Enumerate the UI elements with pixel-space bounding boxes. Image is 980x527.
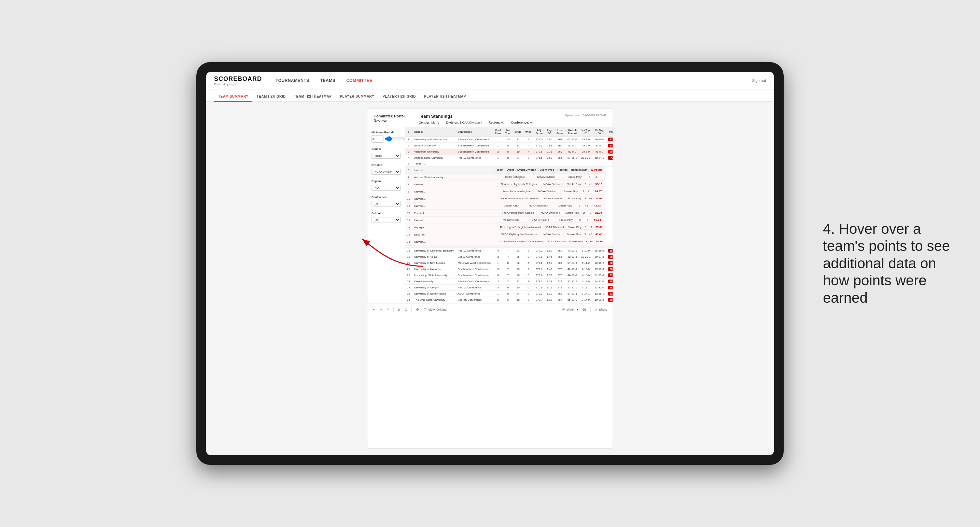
refresh-button[interactable]: ↻: [387, 308, 389, 311]
division-filter: Division: NCAA Division I: [446, 121, 482, 124]
portal-body: Minimum Rounds Gender Men's W: [368, 127, 612, 303]
info-button[interactable]: ⏱: [416, 308, 419, 311]
nav-right: | Sign out: [748, 78, 766, 83]
sub-nav-player-h2h-heatmap[interactable]: PLAYER H2H HEATMAP: [420, 92, 470, 102]
table-row: 21 University of Alabama Southeastern Co…: [405, 266, 612, 272]
table-row: 23 Duke University Atlantic Coast Confer…: [405, 278, 612, 285]
col-avg-sg: Avg.SG: [545, 127, 554, 137]
sub-nav-player-h2h-grid[interactable]: PLAYER H2H GRID: [378, 92, 420, 102]
sub-nav-team-summary[interactable]: TEAM SUMMARY: [214, 92, 252, 102]
comment-button[interactable]: 💬: [582, 308, 586, 311]
table-row: 2 Auburn University Southeastern Confere…: [405, 143, 612, 149]
points-badge: 79.5: [608, 156, 612, 160]
logo-title: SCOREBOARD: [214, 75, 262, 83]
col-school: School: [412, 127, 456, 137]
sign-out-link[interactable]: Sign out: [752, 78, 766, 83]
points-badge: 93.31: [608, 144, 612, 148]
col-conf-rank: ConfRank: [493, 127, 503, 137]
conference-label: Conference: [372, 195, 401, 198]
table-row: 22 Mississippi State University Southeas…: [405, 272, 612, 278]
portal-title-block: Committee Portal Review: [374, 114, 415, 124]
standings-table: # School Conference ConfRank NoTour Bnds…: [405, 127, 612, 303]
col-no-tour: NoTour: [503, 127, 513, 137]
min-rounds-label: Minimum Rounds: [372, 131, 401, 134]
region-select[interactable]: N/A All East West: [372, 185, 401, 191]
col-bnds: Bnds: [513, 127, 523, 137]
points-badge: 97.03: [608, 138, 612, 141]
nav-committee[interactable]: COMMITTEE: [346, 77, 372, 84]
toolbar-center: 📋 View: Original: [423, 308, 558, 311]
region-label: Region: [372, 179, 401, 183]
tablet-screen: SCOREBOARD Powered by clippi TOURNAMENTS…: [206, 72, 774, 455]
sub-nav-player-summary[interactable]: PLAYER SUMMARY: [336, 92, 378, 102]
watch-button[interactable]: 👁 Watch ▾: [562, 308, 578, 311]
col-points: Points: [606, 127, 612, 137]
col-overall: OverallRecord: [565, 127, 579, 137]
conference-group: Conference (All): [372, 195, 401, 207]
tooltip-data-row: 16 Univers... 2023 Sahalee Players Champ…: [405, 238, 612, 245]
portal-title: Committee Portal Review: [374, 114, 415, 124]
tooltip-data-row: 9 Univers... Amer An IntercollegiateNCAA…: [405, 188, 612, 195]
tablet-device: SCOREBOARD Powered by clippi TOURNAMENTS…: [196, 62, 784, 465]
tooltip-data-row: 12 Florida I The Cypress Point ClassicNC…: [405, 210, 612, 217]
tooltip-data-row: 11 Univers... Copper CupNCAA Division IM…: [405, 202, 612, 210]
table-row: 5 Texas T...: [405, 161, 612, 167]
sidebar-filters: Minimum Rounds Gender Men's W: [368, 127, 405, 303]
school-select[interactable]: (All): [372, 217, 401, 223]
nav-teams[interactable]: TEAMS: [320, 77, 336, 84]
col-rank: #: [405, 127, 412, 137]
portal-standings-header: Team Standings Gender: Men's Division: N…: [415, 114, 565, 124]
table-area: # School Conference ConfRank NoTour Bnds…: [405, 127, 612, 303]
points-badge-highlighted: 90.20: [608, 150, 612, 154]
table-row: 1 University of North Carolina Atlantic …: [405, 137, 612, 143]
tooltip-data-row: 7 Arizona State University Celtic Colleg…: [405, 174, 612, 181]
annotation-block: 4. Hover over a team's points to see add…: [823, 221, 953, 306]
sub-nav: TEAM SUMMARY TEAM H2H GRID TEAM H2H HEAT…: [206, 89, 774, 102]
region-filter: Region: All: [488, 121, 504, 124]
share-button[interactable]: ↗ Share: [595, 308, 607, 311]
division-select[interactable]: NCAA Division I NCAA Division II NCAA Di…: [372, 169, 401, 175]
redo-button[interactable]: ↪: [380, 308, 382, 311]
col-adj-score: Adj.Score: [533, 127, 545, 137]
col-vs50: Vs Top50: [592, 127, 606, 137]
min-rounds-input[interactable]: [372, 135, 383, 143]
annotation-text: 4. Hover over a team's points to see add…: [823, 221, 953, 306]
min-rounds-group: Minimum Rounds: [372, 131, 401, 143]
undo-button[interactable]: ↩: [373, 308, 375, 311]
tooltip-data-row: 14 Georgia Ben Hogan Collegiate Invitati…: [405, 224, 612, 231]
conference-filter: Conference: All: [511, 121, 533, 124]
conference-select[interactable]: (All): [372, 201, 401, 207]
portal-card: Committee Portal Review Team Standings G…: [367, 108, 613, 449]
school-group: School (All): [372, 212, 401, 223]
col-conference: Conference: [456, 127, 493, 137]
tooltip-header-row: 6 Univers... Team Event: [405, 167, 612, 174]
update-time: Update time: 13/03/2024 10:03:42: [565, 114, 606, 124]
tooltip-data-row: 13 Univers... Williams CupNCAA Division …: [405, 217, 612, 224]
standings-filters: Gender: Men's Division: NCAA Division I …: [418, 121, 565, 124]
table-row: 18 University of California, Berkeley Pa…: [405, 248, 612, 254]
min-rounds-slider[interactable]: [385, 135, 405, 143]
logo-subtitle: Powered by clippi: [214, 83, 262, 86]
division-label: Division: [372, 163, 401, 167]
sub-nav-team-h2h-grid[interactable]: TEAM H2H GRID: [252, 92, 290, 102]
tooltip-data-row: 8 Univers... Southern Highlands Collegia…: [405, 181, 612, 188]
nav-tournaments[interactable]: TOURNAMENTS: [275, 77, 309, 84]
gender-label: Gender: [372, 148, 401, 151]
paste-button[interactable]: ⊡: [405, 308, 407, 311]
col-vs25: Vs Top25: [579, 127, 593, 137]
sub-nav-team-h2h-heatmap[interactable]: TEAM H2H HEATMAP: [290, 92, 336, 102]
gender-group: Gender Men's Women's: [372, 148, 401, 159]
table-row-highlighted: 3 Vanderbilt University Southeastern Con…: [405, 149, 612, 155]
table-row: 26 The Ohio State University Big Ten Con…: [405, 297, 612, 303]
col-wins: Wins: [523, 127, 534, 137]
gender-filter: Gender: Men's: [418, 121, 439, 124]
copy-button[interactable]: ⊞: [398, 308, 401, 311]
table-row: 20 University of New Mexico Mountain Wes…: [405, 260, 612, 266]
school-label: School: [372, 212, 401, 215]
table-row: 4 Arizona State University Pac-12 Confer…: [405, 155, 612, 161]
view-original-button[interactable]: 📋 View: Original: [423, 308, 558, 311]
table-header-row: # School Conference ConfRank NoTour Bnds…: [405, 127, 612, 137]
standings-title: Team Standings: [418, 114, 565, 119]
gender-select[interactable]: Men's Women's: [372, 153, 401, 159]
toolbar-right: 👁 Watch ▾ 💬 ↗ Share: [562, 307, 607, 312]
